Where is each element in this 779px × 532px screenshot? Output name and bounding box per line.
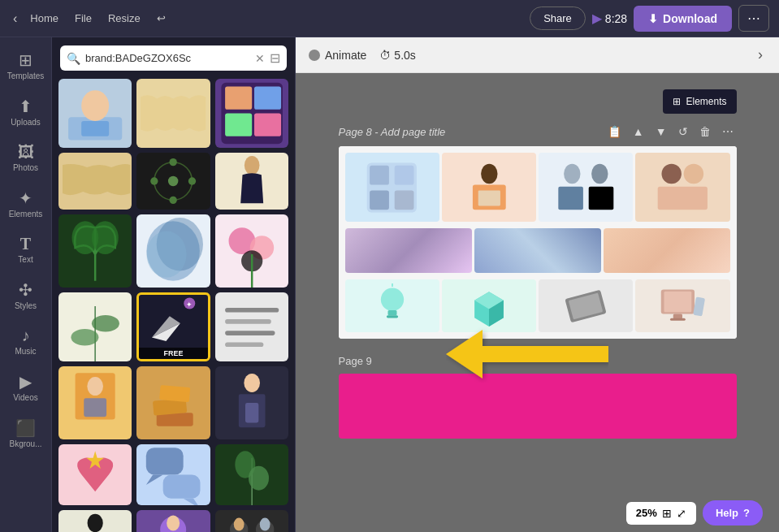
home-button[interactable]: Home: [24, 9, 65, 28]
list-item[interactable]: [215, 79, 288, 148]
sidebar-label-styles: Styles: [15, 301, 37, 310]
page-note-button[interactable]: 📋: [604, 123, 625, 140]
search-input[interactable]: [85, 52, 250, 64]
page-9-canvas[interactable]: [339, 374, 737, 439]
nav-buttons: ‹ Home File Resize ↩: [10, 8, 172, 29]
list-item[interactable]: [136, 214, 210, 288]
list-item[interactable]: [215, 214, 288, 288]
list-item[interactable]: [58, 79, 132, 148]
list-item[interactable]: [58, 153, 132, 210]
animate-button[interactable]: Animate: [309, 49, 366, 62]
list-item[interactable]: [58, 214, 132, 288]
list-item-highlighted[interactable]: ✦ FREE: [136, 292, 210, 361]
page8-cell-4[interactable]: [635, 153, 729, 222]
canvas-scroll[interactable]: ⊞ Elements Page 8 - Add page title 📋 ▲ ▼…: [296, 73, 779, 532]
list-item[interactable]: [136, 79, 210, 148]
svg-rect-76: [658, 186, 708, 210]
page8-cell-3[interactable]: [539, 153, 633, 222]
list-item[interactable]: [58, 444, 132, 505]
sidebar-item-music[interactable]: ♪ Music: [2, 320, 50, 362]
person-window-illustration: [58, 366, 132, 439]
list-item[interactable]: [136, 153, 210, 210]
list-item[interactable]: [136, 510, 210, 532]
svg-rect-5: [254, 86, 281, 109]
page8-cell-2[interactable]: [442, 153, 536, 222]
timer-value: 8:28: [605, 12, 627, 25]
undo-button[interactable]: ↩: [150, 9, 172, 28]
page8-cell-1[interactable]: [345, 153, 439, 222]
list-item[interactable]: [215, 366, 288, 439]
photos-icon: 🖼: [18, 143, 34, 162]
svg-rect-36: [84, 398, 106, 417]
list-item[interactable]: [136, 444, 210, 505]
svg-point-14: [244, 156, 259, 175]
svg-rect-46: [163, 475, 201, 499]
elements-tooltip-container: ⊞ Elements: [339, 89, 737, 115]
back-button[interactable]: ‹: [10, 8, 20, 29]
svg-marker-47: [184, 499, 201, 505]
plant-stem-illustration: [58, 292, 132, 361]
object-phone[interactable]: [539, 279, 633, 332]
page-up-button[interactable]: ▲: [630, 123, 647, 140]
page-9-title: Page 9: [339, 355, 372, 367]
watercolor-pink[interactable]: [345, 228, 472, 273]
bottom-bar: 25% ⊞ ⤢ Help ?: [626, 500, 763, 526]
sidebar-item-photos[interactable]: 🖼 Photos: [2, 136, 50, 179]
filter-icon[interactable]: ⊟: [270, 50, 280, 66]
zoom-grid-button[interactable]: ⊞: [662, 507, 672, 520]
zoom-value: 25%: [636, 507, 657, 519]
sidebar-item-styles[interactable]: ✣ Styles: [2, 274, 50, 317]
svg-point-75: [684, 163, 703, 183]
svg-point-59: [233, 518, 244, 531]
svg-rect-79: [387, 315, 398, 318]
page-8-canvas[interactable]: [339, 146, 737, 339]
clear-search-icon[interactable]: ✕: [255, 52, 265, 65]
share-button[interactable]: Share: [530, 6, 586, 30]
watercolor-orange[interactable]: [604, 228, 730, 273]
canvas-area: Animate ⏱ 5.0s › ⊞ Elements Page 8 - Add: [296, 37, 779, 532]
video-call-illustration: [215, 79, 288, 148]
file-button[interactable]: File: [68, 9, 98, 28]
svg-rect-87: [664, 291, 692, 312]
page-refresh-button[interactable]: ↺: [675, 123, 691, 140]
object-box[interactable]: [442, 279, 536, 332]
resize-button[interactable]: Resize: [102, 9, 147, 28]
sidebar-item-background[interactable]: ⬛ Bkgrou...: [2, 412, 50, 455]
more-options-button[interactable]: ⋯: [738, 5, 769, 32]
search-bar: 🔍 ✕ ⊟: [60, 45, 287, 71]
list-item[interactable]: [58, 366, 132, 439]
object-monitor[interactable]: [635, 279, 729, 332]
zoom-controls: 25% ⊞ ⤢: [626, 502, 696, 525]
download-icon: ⬇: [648, 12, 658, 25]
list-item[interactable]: [215, 153, 288, 210]
top-bar: ‹ Home File Resize ↩ Share ▶ 8:28 ⬇ Down…: [0, 0, 779, 37]
page8-watercolor-row: [339, 228, 737, 279]
sidebar-item-videos[interactable]: ▶ Videos: [2, 365, 50, 409]
list-item[interactable]: [215, 510, 288, 532]
videos-icon: ▶: [19, 372, 32, 391]
help-button[interactable]: Help ?: [703, 500, 763, 526]
sidebar-label-uploads: Uploads: [11, 118, 41, 127]
sidebar-item-uploads[interactable]: ⬆ Uploads: [2, 90, 50, 133]
svg-rect-72: [558, 186, 583, 210]
list-item[interactable]: [215, 444, 288, 505]
page-delete-button[interactable]: 🗑: [696, 123, 714, 140]
page-more-button[interactable]: ⋯: [719, 123, 737, 140]
sidebar-item-elements[interactable]: ✦ Elements: [2, 182, 50, 225]
list-item[interactable]: [136, 366, 210, 439]
watercolor-blue[interactable]: [474, 228, 601, 273]
list-item[interactable]: [215, 292, 288, 361]
play-icon[interactable]: ▶: [592, 11, 602, 26]
page-down-button[interactable]: ▼: [652, 123, 670, 140]
sidebar-item-text[interactable]: T Text: [2, 228, 50, 270]
person-chat-illustration: [136, 510, 210, 532]
fullscreen-button[interactable]: ⤢: [677, 507, 686, 520]
object-bulb[interactable]: [345, 279, 439, 332]
svg-rect-78: [387, 310, 396, 315]
sidebar-item-templates[interactable]: ⊞ Templates: [2, 44, 50, 87]
collapse-panel-button[interactable]: ›: [755, 43, 766, 67]
download-button[interactable]: ⬇ Download: [634, 6, 732, 32]
svg-rect-89: [670, 318, 686, 320]
list-item[interactable]: [58, 292, 132, 361]
list-item[interactable]: [58, 510, 132, 532]
